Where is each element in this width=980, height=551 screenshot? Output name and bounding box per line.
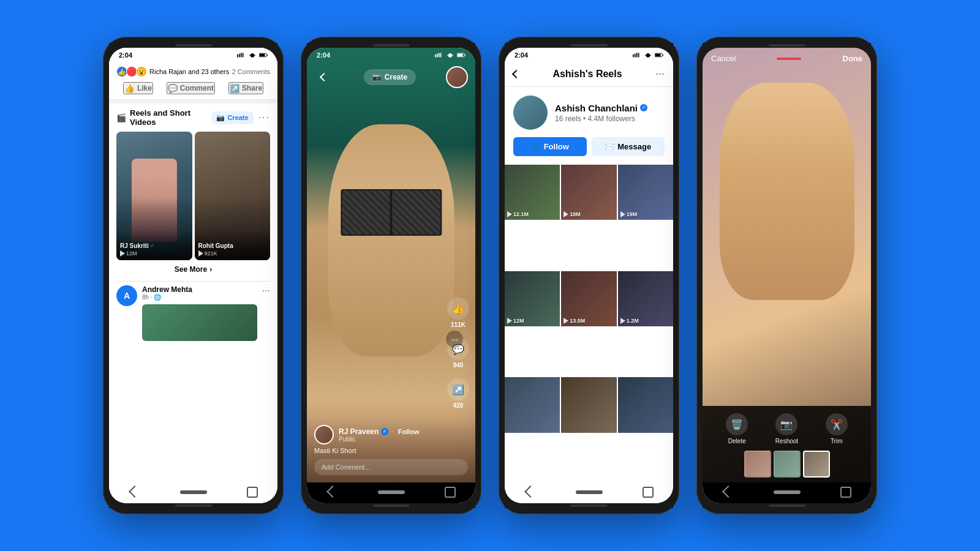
- p4-thumb-3[interactable]: [803, 451, 830, 478]
- more-options-icon[interactable]: [258, 112, 270, 123]
- wow-emoji: 😮: [136, 66, 147, 77]
- svg-rect-14: [633, 54, 634, 58]
- camera-icon-2: 📷: [372, 73, 382, 81]
- p1-reaction-bar: 👍 ❤️ 😮 Richa Rajan and 23 others 2 Comme…: [109, 61, 277, 100]
- reel-views-1: 12M: [120, 250, 189, 257]
- p4-cancel-button[interactable]: Cancel: [711, 54, 736, 63]
- nav-recents-button-2[interactable]: [445, 487, 456, 498]
- p4-delete-action[interactable]: 🗑️ Delete: [726, 413, 748, 444]
- see-more-button[interactable]: See More ›: [116, 260, 270, 279]
- p2-comment-input[interactable]: Add Comment...: [314, 459, 468, 475]
- nav-back-button-1[interactable]: [129, 486, 141, 498]
- nav-bar-1: [109, 482, 277, 503]
- nav-back-button-2[interactable]: [326, 486, 339, 498]
- p4-thumb-2[interactable]: [774, 451, 801, 478]
- nav-recents-button-4[interactable]: [840, 487, 851, 498]
- nav-home-button-1[interactable]: [180, 490, 207, 494]
- status-bar-1: 2:04: [109, 48, 277, 61]
- p3-message-button[interactable]: ✉️ Message: [592, 137, 665, 156]
- nav-recents-button-3[interactable]: [643, 487, 654, 498]
- nav-back-button-4[interactable]: [722, 486, 734, 498]
- p3-more-options[interactable]: ···: [655, 67, 665, 80]
- p3-follow-button[interactable]: 👤 Follow: [513, 137, 587, 156]
- nav-home-button-2[interactable]: [378, 490, 405, 494]
- p3-profile-stats: 16 reels • 4.4M followers: [555, 114, 647, 123]
- comment-count-p1: 2 Comments: [232, 68, 270, 75]
- grid-item-2[interactable]: 18M: [561, 165, 616, 220]
- camera-reshoot-icon: 📷: [780, 419, 793, 430]
- comment-count-p2: 940: [453, 362, 464, 369]
- p2-user-avatar-header[interactable]: [446, 66, 468, 88]
- svg-rect-1: [239, 54, 240, 58]
- like-icon: 👍: [124, 83, 135, 93]
- nav-recents-button-1[interactable]: [247, 487, 258, 498]
- verified-icon-3: ✓: [640, 104, 647, 111]
- time-1: 2:04: [119, 51, 132, 59]
- share-icon: ↗️: [230, 84, 239, 93]
- p4-trim-label: Trim: [831, 438, 843, 444]
- p3-profile-name: Ashish Chanchlani ✓: [555, 103, 647, 113]
- p2-follow-button[interactable]: Follow: [396, 428, 422, 435]
- reel-name-1: RJ Sukriti ✓: [120, 242, 189, 249]
- p1-create-button[interactable]: 📷 Create: [211, 111, 253, 124]
- grid-item-9[interactable]: [618, 377, 673, 432]
- grid-item-8[interactable]: [561, 377, 616, 432]
- phones-container: 2:04 👍 ❤️ 😮: [78, 12, 902, 539]
- p2-bottom-info: RJ Praveen ✓ · Follow Public Masti Ki Sh…: [307, 418, 475, 482]
- p4-edit-content: Cancel Done 🗑️ Delete: [703, 48, 871, 482]
- share-button[interactable]: ↗️ Share: [228, 82, 263, 94]
- p4-thumb-1[interactable]: [744, 451, 771, 478]
- nav-bar-3: [505, 482, 673, 503]
- svg-rect-13: [458, 54, 463, 56]
- p3-back-button[interactable]: [513, 71, 519, 77]
- svg-rect-17: [638, 53, 639, 58]
- follow-icon: 👤: [531, 142, 541, 151]
- p2-back-button[interactable]: [314, 67, 334, 87]
- camera-icon: 📷: [216, 114, 225, 122]
- comment-placeholder: Add Comment...: [322, 463, 370, 471]
- p1-reels-grid: RJ Sukriti ✓ 12M: [116, 132, 270, 260]
- reels-icon: 🎬: [116, 113, 126, 122]
- grid-item-7[interactable]: [505, 377, 560, 432]
- like-button[interactable]: 👍 Like: [123, 82, 153, 94]
- grid-item-5[interactable]: 13.5M: [561, 271, 616, 326]
- p2-create-button[interactable]: 📷 Create: [364, 69, 416, 85]
- p4-reshoot-action[interactable]: 📷 Reshoot: [775, 413, 798, 444]
- p2-like-action[interactable]: 👍 111K: [447, 298, 469, 328]
- share-count: 420: [453, 402, 464, 409]
- post-avatar: A: [116, 285, 137, 306]
- phone-2: 2:04: [301, 37, 481, 514]
- p2-creator-name: RJ Praveen: [339, 427, 379, 436]
- svg-rect-20: [655, 54, 661, 56]
- grid-item-6[interactable]: 1.2M: [618, 271, 673, 326]
- comment-icon: 💬: [168, 84, 178, 93]
- p2-share-action[interactable]: ↗️ 420: [447, 378, 469, 409]
- globe-icon: 🌐: [154, 294, 161, 301]
- p4-trim-action[interactable]: ✂️ Trim: [826, 413, 848, 444]
- grid-item-3[interactable]: 19M: [618, 165, 673, 220]
- p4-header: Cancel Done: [703, 48, 871, 69]
- status-icons-3: [633, 52, 663, 58]
- reel-card-1[interactable]: RJ Sukriti ✓ 12M: [116, 132, 192, 260]
- reel-card-2[interactable]: Rohit Gupta 921K: [195, 132, 271, 260]
- thumbs-up-icon: 👍: [452, 303, 464, 315]
- p2-video-area: 📷 Create 👍 111K 💬: [307, 61, 475, 482]
- status-bar-3: 2:04: [505, 48, 673, 61]
- p1-post-preview: A Andrew Mehta 8h · 🌐 ···: [116, 281, 270, 341]
- post-author-name: Andrew Mehta: [142, 285, 257, 294]
- svg-rect-19: [663, 54, 663, 56]
- comment-button[interactable]: 💬 Comment: [167, 82, 215, 94]
- svg-rect-12: [465, 54, 466, 56]
- p4-done-button[interactable]: Done: [843, 54, 863, 63]
- nav-home-button-3[interactable]: [576, 490, 603, 494]
- post-thumbnail: [142, 304, 257, 341]
- nav-bar-2: [307, 482, 475, 503]
- nav-home-button-4[interactable]: [774, 490, 801, 494]
- p2-caption: Masti Ki Short: [314, 447, 468, 454]
- grid-item-1[interactable]: 12.1M: [505, 165, 560, 220]
- grid-item-4[interactable]: 12M: [505, 271, 560, 326]
- p2-more-button[interactable]: ···: [446, 331, 463, 348]
- nav-back-button-3[interactable]: [524, 486, 537, 498]
- post-more-options[interactable]: ···: [262, 285, 270, 296]
- svg-rect-5: [267, 54, 268, 56]
